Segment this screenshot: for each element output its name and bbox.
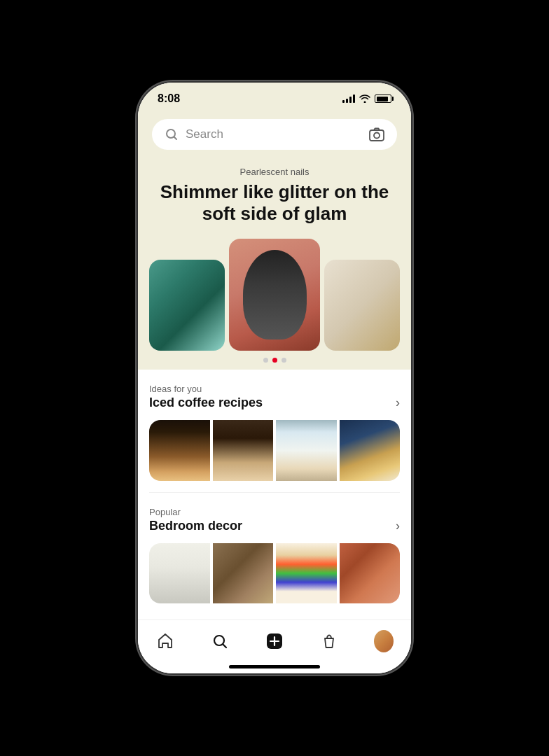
section-iced-coffee: Ideas for you Iced coffee recipes › <box>138 370 411 492</box>
section-title-coffee: Iced coffee recipes <box>149 396 263 410</box>
section-title-bedroom: Bedroom decor <box>149 519 242 533</box>
bedroom-image-4 <box>340 543 401 604</box>
hero-image-right <box>324 260 400 351</box>
section-label-popular: Popular <box>149 507 400 517</box>
search-bar[interactable]: Search <box>152 119 397 150</box>
coffee-image-2 <box>213 420 274 481</box>
section-label-ideas: Ideas for you <box>149 384 400 394</box>
svg-point-3 <box>374 133 380 139</box>
home-indicator <box>138 659 411 673</box>
status-bar: 8:08 <box>138 83 411 111</box>
hero-image-left <box>149 260 225 351</box>
hero-title: Shimmer like glitter on the soft side of… <box>152 181 397 225</box>
signal-bars-icon <box>342 94 355 103</box>
phone-screen: 8:08 <box>138 83 411 673</box>
profile-avatar <box>374 631 394 651</box>
svg-line-1 <box>174 137 177 140</box>
coffee-image-4 <box>340 420 401 481</box>
dot-1 <box>263 358 268 363</box>
dot-3 <box>282 358 286 363</box>
battery-icon <box>375 94 391 103</box>
bedroom-image-grid <box>149 543 400 604</box>
bottom-nav <box>138 620 411 659</box>
svg-rect-2 <box>370 130 384 141</box>
hero-section: Search Pearlescent nails Shimmer like gl… <box>138 111 411 370</box>
status-time: 8:08 <box>158 92 180 105</box>
bedroom-image-1 <box>149 543 210 604</box>
status-icons <box>342 94 391 103</box>
bedroom-image-3 <box>276 543 337 604</box>
hero-images <box>152 239 397 351</box>
search-nav-icon <box>210 631 230 651</box>
nav-home[interactable] <box>147 629 183 654</box>
wifi-icon <box>359 94 370 103</box>
bag-icon <box>319 631 339 651</box>
nav-profile[interactable] <box>366 629 402 654</box>
section-header-coffee[interactable]: Iced coffee recipes › <box>149 396 400 410</box>
section-bedroom-decor: Popular Bedroom decor › <box>138 493 411 615</box>
svg-line-5 <box>223 645 227 648</box>
nav-shopping[interactable] <box>311 629 347 654</box>
home-indicator-bar <box>229 665 320 668</box>
hero-text: Pearlescent nails Shimmer like glitter o… <box>152 167 397 225</box>
hero-subtitle: Pearlescent nails <box>152 167 397 177</box>
search-placeholder: Search <box>186 127 362 141</box>
home-icon <box>155 631 175 651</box>
coffee-image-3 <box>276 420 337 481</box>
add-icon <box>265 631 284 651</box>
avatar-image <box>374 630 394 652</box>
chevron-right-icon-coffee: › <box>396 396 400 410</box>
camera-icon[interactable] <box>369 127 384 141</box>
phone-frame: 8:08 <box>138 83 411 673</box>
nav-search[interactable] <box>202 629 238 654</box>
nav-add[interactable] <box>256 629 293 654</box>
section-header-bedroom[interactable]: Bedroom decor › <box>149 519 400 533</box>
dots-indicator <box>152 358 397 363</box>
search-icon <box>165 127 179 141</box>
bedroom-image-2 <box>213 543 274 604</box>
chevron-right-icon-bedroom: › <box>396 519 400 533</box>
scroll-content[interactable]: Ideas for you Iced coffee recipes › Popu… <box>138 370 411 620</box>
dot-2 <box>272 358 277 363</box>
coffee-image-grid <box>149 420 400 481</box>
hero-image-center <box>229 239 320 351</box>
coffee-image-1 <box>149 420 210 481</box>
